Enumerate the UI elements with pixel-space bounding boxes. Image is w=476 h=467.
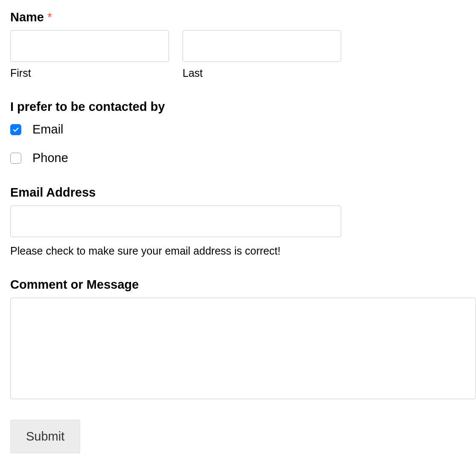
email-field-group: Email Address Please check to make sure …	[10, 186, 466, 257]
name-label-text: Name	[10, 10, 44, 24]
name-row: First Last	[10, 30, 466, 79]
name-field-group: Name * First Last	[10, 10, 466, 79]
contact-pref-list: Email Phone	[10, 122, 466, 165]
first-name-input[interactable]	[10, 30, 169, 62]
last-name-sublabel: Last	[183, 67, 341, 79]
checkbox-label-email: Email	[32, 122, 64, 136]
contact-pref-field-group: I prefer to be contacted by Email Phone	[10, 100, 466, 165]
comment-field-group: Comment or Message	[10, 278, 466, 399]
contact-pref-option-phone[interactable]: Phone	[10, 151, 466, 165]
first-name-sublabel: First	[10, 67, 169, 79]
contact-form: Name * First Last I prefer to be contact…	[10, 10, 466, 453]
email-label: Email Address	[10, 186, 466, 200]
checkbox-label-phone: Phone	[32, 151, 68, 165]
comment-label: Comment or Message	[10, 278, 466, 292]
checkmark-icon	[12, 126, 20, 133]
contact-pref-option-email[interactable]: Email	[10, 122, 466, 136]
name-label: Name *	[10, 10, 466, 24]
submit-button[interactable]: Submit	[10, 420, 80, 453]
checkbox-phone[interactable]	[10, 153, 21, 164]
email-input[interactable]	[10, 206, 341, 237]
contact-pref-label: I prefer to be contacted by	[10, 100, 466, 114]
first-name-col: First	[10, 30, 169, 79]
checkbox-email[interactable]	[10, 124, 21, 135]
required-asterisk: *	[47, 10, 52, 24]
last-name-col: Last	[183, 30, 341, 79]
email-helper-text: Please check to make sure your email add…	[10, 245, 466, 257]
last-name-input[interactable]	[183, 30, 341, 62]
comment-textarea[interactable]	[10, 298, 476, 399]
